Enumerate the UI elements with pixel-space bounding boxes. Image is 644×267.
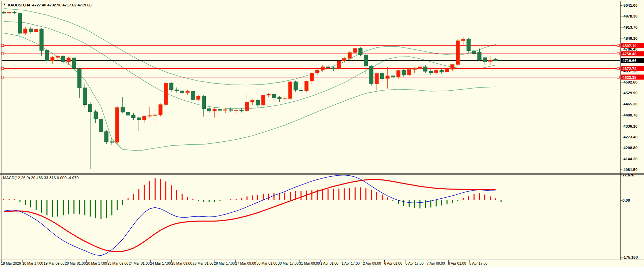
price-tick-label: 4336.10 [623, 124, 638, 128]
price-tick-label: 4529.90 [623, 91, 638, 95]
candle-body [77, 69, 81, 88]
candle-body [186, 91, 189, 93]
candle-body [461, 39, 465, 41]
candle-body [283, 99, 287, 99]
time-axis-label: 1 Apr 01:00 [320, 261, 339, 265]
candle-body [94, 112, 97, 119]
price-tick-label: 4913.70 [623, 25, 638, 29]
time-axis-label: 6 Apr 01:00 [384, 261, 402, 265]
candle-body [45, 51, 49, 61]
candle-body [116, 107, 119, 142]
time-axis-label: 30 Mar 01:00 [256, 261, 277, 265]
level-right-handle[interactable] [617, 76, 619, 78]
price-tick-label: 4849.10 [623, 36, 638, 40]
candle-body [121, 107, 125, 112]
candle-body [218, 109, 222, 110]
candle-body [191, 91, 195, 99]
candle-body [104, 132, 108, 142]
time-axis-label: 2 Apr 09:00 [363, 261, 381, 265]
candle-body [175, 90, 179, 91]
candle-body [142, 116, 146, 120]
candle-body [213, 109, 217, 111]
candle-body [407, 69, 411, 75]
candle-body [423, 67, 427, 71]
macd-indicator-label: MACD(12,26,9) 29.486 33.316 0.000 -4.979 [3, 176, 78, 180]
candle-body [326, 67, 330, 68]
candle-body [488, 60, 492, 61]
price-tick-label: 5041.00 [623, 3, 638, 7]
candle-body [402, 70, 406, 75]
candle-body [272, 94, 276, 98]
candle-body [148, 115, 152, 116]
level-right-handle[interactable] [617, 44, 619, 47]
time-axis-label: 24 Mar 01:00 [129, 261, 150, 265]
candle-body [18, 13, 22, 34]
time-axis-label: 6 Apr 17:00 [406, 261, 424, 265]
candle-body [332, 68, 335, 69]
candle-body [196, 96, 200, 99]
candle-body [288, 82, 292, 99]
price-tick-label: 4144.20 [623, 157, 638, 161]
macd-tick-label: 0.00 [622, 198, 630, 202]
candle-body [483, 58, 487, 62]
candle-body [24, 29, 27, 33]
time-axis-label: 26 Mar 17:00 [214, 261, 235, 265]
candle-body [229, 110, 233, 110]
candle-body [494, 59, 497, 61]
candle-body [56, 56, 60, 58]
time-axis-label: 23 Mar 09:00 [107, 261, 128, 265]
candle-body [294, 82, 297, 90]
candle-body [88, 105, 92, 112]
candle-body [321, 67, 325, 70]
level-price-badge-text: 4758.46 [622, 52, 637, 56]
candle-body [164, 83, 168, 105]
chart-plot-svg: 5041.004978.304913.704849.104786.404657.… [0, 0, 644, 267]
candle-body [478, 52, 481, 60]
candle-body [472, 51, 476, 54]
level-right-handle[interactable] [617, 67, 619, 70]
candle-body [451, 65, 454, 69]
candle-body [34, 29, 38, 32]
candle-body [224, 110, 227, 110]
candle-body [251, 100, 254, 102]
candle-body [40, 29, 43, 51]
candle-body [429, 71, 433, 73]
time-axis-label: 8 Apr 01:00 [448, 261, 466, 265]
candle-body [169, 83, 173, 90]
price-tick-label: 4978.30 [623, 14, 638, 18]
candle-body [110, 142, 114, 142]
candle-body [132, 115, 135, 118]
symbol-dropdown-icon[interactable]: ▼ [3, 3, 6, 6]
candle-body [240, 110, 244, 111]
candle-body [99, 119, 103, 132]
candle-body [245, 102, 249, 111]
time-axis-label: 18 Mar 17:00 [22, 261, 43, 265]
price-tick-label: 4400.70 [623, 113, 638, 117]
candle-body [202, 96, 205, 109]
time-axis-label: 31 Mar 09:00 [299, 261, 320, 265]
price-tick-label: 4465.30 [623, 102, 638, 106]
time-axis-label: 20 Mar 01:00 [65, 261, 86, 265]
candle-body [337, 61, 341, 69]
price-chart-area[interactable] [2, 3, 620, 173]
candle-body [445, 69, 449, 72]
candle-body [375, 73, 379, 84]
price-tick-label: 4592.60 [623, 80, 638, 84]
candle-body [51, 57, 54, 61]
candle-body [29, 29, 33, 32]
time-axis-label: 7 Apr 09:00 [427, 261, 445, 265]
candle-body [467, 39, 471, 51]
level-right-handle[interactable] [617, 53, 619, 55]
time-axis-label: 25 Mar 09:00 [171, 261, 192, 265]
candle-body [343, 58, 346, 61]
candle-body [353, 48, 357, 53]
candle-body [304, 81, 308, 91]
price-tick-label: 4208.80 [623, 146, 638, 150]
candle-body [348, 53, 352, 58]
level-price-badge-text: 4807.19 [622, 44, 637, 48]
candle-body [256, 100, 260, 105]
time-axis-label: 30 Mar 17:00 [278, 261, 299, 265]
time-axis-label: 1 Apr 17:00 [342, 261, 360, 265]
level-price-badge-text: 4622.35 [622, 75, 637, 79]
price-tick-label: 4273.40 [623, 135, 638, 139]
